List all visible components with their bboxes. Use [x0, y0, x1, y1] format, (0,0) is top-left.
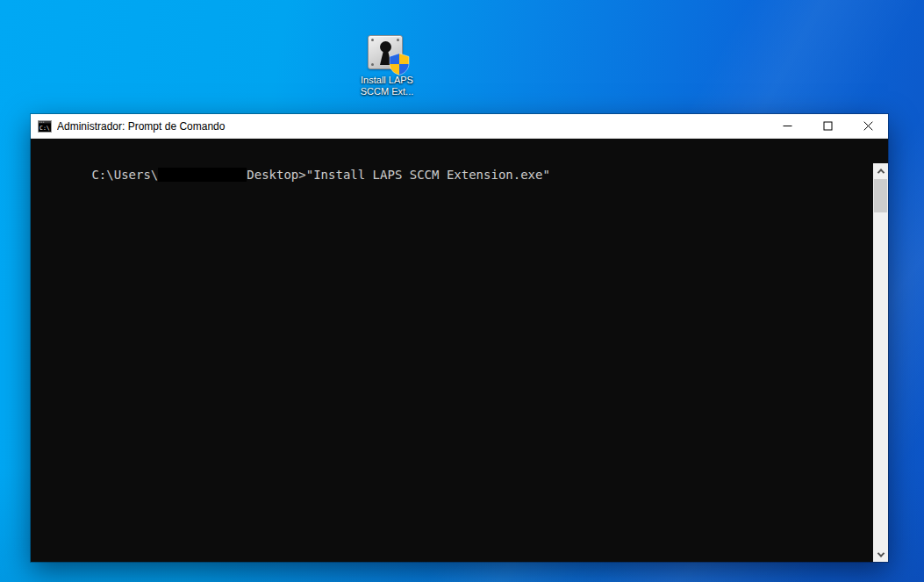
- icon-label-line2: SCCM Ext...: [361, 86, 414, 97]
- redacted-username: [158, 168, 247, 182]
- titlebar[interactable]: C:\ Administrador: Prompt de Comando: [31, 114, 888, 139]
- maximize-button[interactable]: [807, 114, 848, 138]
- scroll-up-button[interactable]: [873, 163, 888, 178]
- scroll-down-button[interactable]: [873, 547, 888, 562]
- desktop-icon-label: Install LAPS SCCM Ext...: [353, 75, 421, 97]
- command-prompt-window[interactable]: C:\ Administrador: Prompt de Comando: [31, 114, 888, 562]
- scrollbar-thumb[interactable]: [874, 179, 887, 212]
- maximize-icon: [823, 121, 833, 131]
- svg-text:C:\: C:\: [39, 124, 50, 131]
- screw-icon: [397, 39, 399, 41]
- window-title: Administrador: Prompt de Comando: [57, 120, 767, 133]
- desktop[interactable]: Install LAPS SCCM Ext... C:\ Administrad…: [0, 0, 924, 582]
- minimize-icon: [783, 121, 792, 131]
- window-controls: [767, 114, 888, 138]
- screw-icon: [371, 39, 374, 41]
- laps-installer-icon: [367, 33, 407, 72]
- screw-icon: [371, 63, 374, 66]
- prompt-path-suffix: Desktop>: [247, 168, 305, 182]
- typed-command: "Install LAPS SCCM Extension.exe": [306, 168, 550, 182]
- minimize-button[interactable]: [767, 114, 807, 138]
- console-prompt-line: C:\Users\Desktop>"Install LAPS SCCM Exte…: [32, 153, 550, 198]
- close-icon: [863, 121, 873, 131]
- icon-label-line1: Install LAPS: [361, 75, 413, 85]
- chevron-down-icon: [877, 550, 884, 557]
- vertical-scrollbar[interactable]: [873, 163, 888, 562]
- desktop-icon-install-laps[interactable]: Install LAPS SCCM Ext...: [353, 33, 421, 97]
- chevron-up-icon: [877, 169, 884, 176]
- close-button[interactable]: [848, 114, 888, 138]
- console-output[interactable]: C:\Users\Desktop>"Install LAPS SCCM Exte…: [31, 139, 888, 562]
- cmd-icon: C:\: [38, 120, 52, 133]
- uac-shield-icon: [389, 53, 410, 75]
- prompt-path-prefix: C:\Users\: [91, 168, 158, 182]
